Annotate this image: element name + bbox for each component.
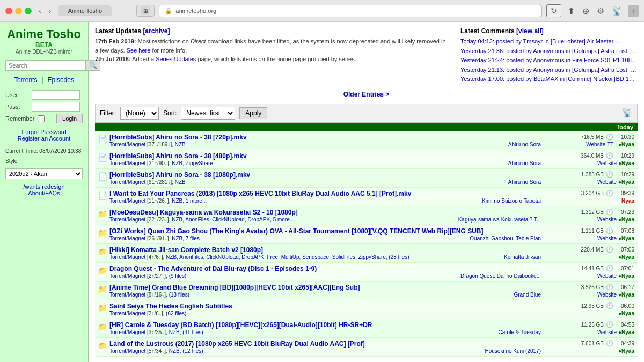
bookmark-button[interactable]: ⊕ — [580, 5, 591, 17]
torrent-extra-link[interactable]: ClickNUpload — [212, 217, 245, 223]
rss-icon[interactable]: 📡 — [622, 108, 633, 118]
torrent-magnet-link[interactable]: Magnet — [128, 311, 145, 316]
series-link[interactable]: Komatta Jii-san — [504, 254, 541, 260]
torrent-torrent-link[interactable]: Torrent — [109, 235, 126, 241]
torrent-torrent-link[interactable]: Torrent — [109, 179, 126, 185]
torrent-title-link[interactable]: [HorribleSubs] Ahiru no Sora - 38 [480p]… — [109, 152, 541, 160]
torrent-title-link[interactable]: Land of the Lustrous (2017) [1080p x265 … — [109, 340, 541, 348]
torrent-extra-link[interactable]: NZB — [172, 160, 182, 166]
torrent-extra-link[interactable]: ZippyShare — [358, 254, 386, 260]
torrent-magnet-link[interactable]: Magnet — [128, 329, 145, 335]
torrent-extra-link[interactable]: ZippyShare — [186, 160, 213, 166]
maximize-window-btn[interactable] — [25, 8, 32, 14]
nav-torrents-link[interactable]: Torrents — [14, 76, 37, 84]
torrent-torrent-link[interactable]: Torrent — [109, 198, 126, 204]
torrent-title-link[interactable]: [HR] Carole & Tuesday (BD Batch) [1080p]… — [109, 321, 541, 329]
torrent-extra-link[interactable]: AnonFiles — [179, 254, 203, 260]
nyaa-link[interactable]: ●Nyaa — [618, 348, 634, 354]
torrent-extra-link[interactable]: NZB — [172, 235, 182, 241]
nyaa-link[interactable]: ●Nyaa — [618, 273, 634, 279]
torrent-magnet-link[interactable]: Magnet — [128, 235, 145, 241]
torrent-magnet-link[interactable]: Magnet — [128, 254, 145, 260]
torrent-extra-link[interactable]: NZB — [169, 348, 180, 354]
torrent-title-link[interactable]: [HorribleSubs] Ahiru no Sora - 38 [1080p… — [109, 171, 541, 179]
website-link[interactable]: Website — [597, 329, 617, 335]
website-link[interactable]: Website — [597, 273, 617, 279]
apply-button[interactable]: Apply — [239, 107, 267, 119]
website-link[interactable]: Website — [597, 235, 617, 241]
older-entries-link[interactable]: Older Entries > — [343, 91, 390, 98]
series-link[interactable]: Kimi no Suizou o Tabetai — [482, 198, 541, 204]
browser-tab[interactable]: Anime Tosho — [58, 5, 112, 16]
nyaa-link[interactable]: ●Nyaa — [618, 217, 634, 223]
torrent-torrent-link[interactable]: Torrent — [109, 254, 126, 260]
series-link[interactable]: Ahiru no Sora — [508, 160, 541, 166]
series-link[interactable]: Quanzhi Gaoshou: Tebie Pian — [470, 235, 541, 241]
search-input[interactable] — [5, 60, 86, 71]
torrent-extra-link[interactable]: Free — [267, 254, 279, 260]
torrent-extra-link[interactable]: NZB — [172, 217, 182, 223]
torrent-extra-link[interactable]: NZB — [172, 198, 182, 204]
torrent-extra-link[interactable]: AnonFiles — [185, 217, 209, 223]
torrent-extra-link[interactable]: DropAPK — [247, 217, 270, 223]
torrent-extra-link[interactable]: NZB — [169, 329, 180, 335]
nav-episodes-link[interactable]: Episodes — [48, 76, 74, 84]
series-updates-link[interactable]: Series Updates — [156, 56, 196, 62]
tt-link[interactable]: TT — [607, 142, 613, 147]
torrent-magnet-link[interactable]: Magnet — [128, 179, 145, 185]
nyaa-link[interactable]: ●Nyaa — [618, 329, 634, 335]
see-here-link[interactable]: See here — [127, 47, 151, 54]
back-button[interactable]: ‹ — [36, 5, 44, 16]
torrent-extra-link[interactable]: NZB — [166, 254, 177, 260]
extensions-button[interactable]: ⚙ — [595, 5, 606, 17]
comment-item[interactable]: Yesterday 21:24: posted by Anonymous in … — [460, 56, 638, 65]
close-window-btn[interactable] — [5, 8, 12, 14]
nyaa-link[interactable]: ●Nyaa — [618, 160, 634, 166]
series-link[interactable]: Ahiru no Sora — [508, 179, 541, 185]
website-link[interactable]: Website — [597, 217, 617, 223]
series-link[interactable]: Houseki no Kuni (2017) — [485, 348, 541, 354]
torrent-title-link[interactable]: Dragon Quest - The Adventure of Dai Blu-… — [109, 265, 541, 272]
comment-item[interactable]: Yesterday 21:13: posted by Anonymous in … — [460, 65, 638, 75]
torrent-magnet-link[interactable]: Magnet — [128, 142, 145, 147]
torrent-extra-link[interactable]: 5 more... — [273, 217, 294, 223]
nyaa-link[interactable]: Nyaa — [621, 198, 634, 204]
torrent-extra-link[interactable]: (12 files) — [182, 348, 203, 354]
website-link[interactable]: Website — [597, 292, 617, 298]
comment-item[interactable]: Today 04:13: posted by Tmsoyr in [BlueLo… — [460, 37, 638, 47]
torrent-torrent-link[interactable]: Torrent — [109, 273, 126, 279]
remember-checkbox[interactable] — [38, 115, 45, 122]
nyaa-link[interactable]: ●Nyaa — [618, 311, 634, 316]
nyaa-link[interactable]: ●Nyaa — [618, 179, 634, 185]
torrent-torrent-link[interactable]: Torrent — [109, 142, 126, 147]
torrent-title-link[interactable]: Saint Seiya The Hades English Subtitles — [109, 302, 541, 310]
torrent-extra-link[interactable]: ClickNUpload — [206, 254, 239, 260]
series-link[interactable]: Kaguya-sama wa Kokurasetai? T... — [458, 217, 541, 223]
torrent-magnet-link[interactable]: Magnet — [128, 348, 145, 354]
nyaa-link[interactable]: ●Nyaa — [618, 254, 634, 260]
torrent-title-link[interactable]: [Hikki] Komatta Jii-san Complete Batch v… — [109, 246, 541, 254]
torrent-extra-link[interactable]: (31 files) — [182, 329, 203, 335]
torrent-extra-link[interactable]: SolidFiles — [332, 254, 355, 260]
torrent-extra-link[interactable]: 1 more... — [186, 198, 207, 204]
series-link[interactable]: Dragon Quest: Dai no Daibouke... — [460, 273, 541, 279]
sidebar-toggle-btn[interactable]: ⊞ — [141, 6, 150, 15]
series-link[interactable]: Ahiru no Sora — [508, 142, 541, 147]
nyaa-link[interactable]: ●Nyaa — [618, 292, 634, 298]
minimize-window-btn[interactable] — [15, 8, 22, 14]
torrent-extra-link[interactable]: (28 files) — [389, 254, 409, 260]
wants-redesign-link[interactable]: /wants redesign — [5, 183, 83, 190]
series-link[interactable]: Grand Blue — [514, 292, 541, 298]
about-faqs-link[interactable]: About/FAQs — [5, 190, 83, 196]
archive-link[interactable]: [archive] — [143, 27, 170, 35]
website-link[interactable]: Website — [597, 160, 617, 166]
torrent-torrent-link[interactable]: Torrent — [109, 292, 126, 298]
forward-button[interactable]: › — [46, 5, 54, 16]
torrent-extra-link[interactable]: (62 files) — [166, 311, 186, 316]
share-button[interactable]: ⬆ — [566, 5, 577, 17]
rss-feed-button[interactable]: 📡 — [610, 5, 625, 17]
filter-select[interactable]: (None) Video Audio Images — [120, 107, 159, 120]
torrent-extra-link[interactable]: NZB — [175, 142, 186, 147]
sort-select[interactable]: Newest first Oldest first Largest first … — [181, 107, 235, 120]
torrent-magnet-link[interactable]: Magnet — [128, 273, 145, 279]
